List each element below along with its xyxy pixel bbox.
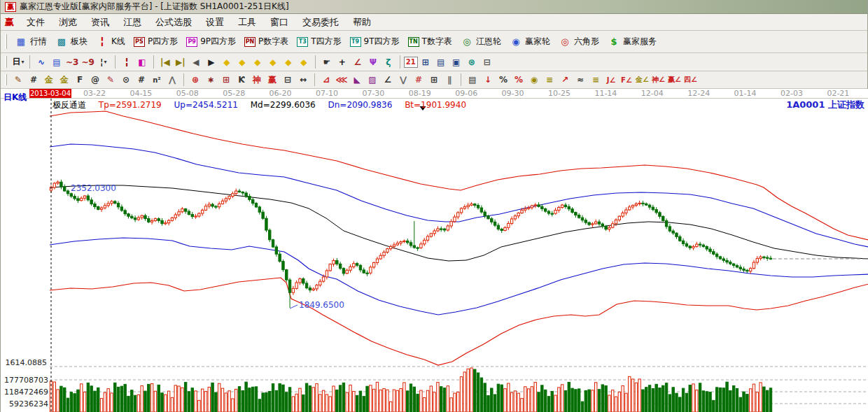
period-day-dropdown-icon[interactable]: 日▾ xyxy=(10,55,26,69)
menu-item-1[interactable]: 浏览 xyxy=(52,16,84,29)
gold-lines-2-icon[interactable]: ≡ xyxy=(588,73,603,87)
menu-item-0[interactable]: 文件 xyxy=(20,16,52,29)
expand-y-icon[interactable]: ◆ xyxy=(265,55,281,69)
shen-angle-icon[interactable]: 神∠ xyxy=(650,73,666,87)
toolbar-grip[interactable] xyxy=(5,34,7,50)
n-square-icon[interactable]: n² xyxy=(149,73,164,87)
spider-web-icon[interactable]: ∗ xyxy=(203,73,218,87)
f-angle-icon[interactable]: F∠ xyxy=(619,73,634,87)
shrink-y-icon[interactable]: ◆ xyxy=(250,55,265,69)
angle-lines-icon[interactable]: ∠ xyxy=(380,73,396,87)
wave-9-icon[interactable]: ~9 xyxy=(80,55,95,69)
sectors-button[interactable]: ▩板块 xyxy=(51,31,92,52)
grid-tool-2-icon[interactable]: # xyxy=(134,73,149,87)
gold-grid-2-icon[interactable]: 金 xyxy=(57,73,72,87)
world-clock-icon[interactable]: ⊛ xyxy=(464,55,479,69)
menu-item-6[interactable]: 工具 xyxy=(231,16,263,29)
crosshair-tool-icon[interactable]: + xyxy=(335,55,350,69)
date-axis[interactable]: 03-2204-1505-0805-2806-2007-1007-3008-19… xyxy=(1,89,868,98)
pane-period-label[interactable]: 日K线 xyxy=(4,92,27,104)
p-table-button[interactable]: PNP数字表 xyxy=(240,31,293,52)
box-web-icon[interactable]: ⊞ xyxy=(218,73,234,87)
kline-button[interactable]: ╏K线 xyxy=(92,31,130,52)
t-square-button[interactable]: T3T四方形 xyxy=(293,31,345,52)
fan-box-2-icon[interactable]: ◣ xyxy=(349,73,365,87)
red-grid-icon[interactable]: # xyxy=(411,73,426,87)
info-doc-icon[interactable]: ▤ xyxy=(49,55,64,69)
red-fan-icon[interactable]: ⋘ xyxy=(334,73,349,87)
menu-item-2[interactable]: 资讯 xyxy=(84,16,116,29)
grid-tool-icon[interactable]: # xyxy=(26,73,41,87)
percent-table-icon[interactable]: ▤ xyxy=(465,73,480,87)
red-percent-icon[interactable]: % xyxy=(511,73,526,87)
ruler-pencil-icon[interactable]: ✎ xyxy=(103,73,118,87)
toolbar-grip[interactable] xyxy=(5,74,7,86)
ying-grid-icon[interactable]: 赢 xyxy=(265,73,280,87)
red-pencil-icon[interactable]: ↗ xyxy=(557,73,573,87)
p-square-button[interactable]: PSP四方形 xyxy=(130,31,182,52)
realtime-chart-icon[interactable]: ∿ xyxy=(34,55,49,69)
kline-chart[interactable]: 1614.0885177708703118472469592362342352.… xyxy=(1,98,868,412)
ying-angle-icon[interactable]: 赢∠ xyxy=(666,73,682,87)
winner-wheel-button[interactable]: ◉赢家轮 xyxy=(505,31,554,52)
menu-item-4[interactable]: 公式选股 xyxy=(148,16,199,29)
notepad-icon[interactable]: ▤ xyxy=(433,55,449,69)
k-quote-icon[interactable]: Ƙ xyxy=(234,73,249,87)
save-disk-icon[interactable]: ▣ xyxy=(449,55,464,69)
color-volume-icon[interactable]: ◧ xyxy=(134,55,150,69)
next-bar-icon[interactable]: ▶ xyxy=(204,55,219,69)
gold-lines-icon[interactable]: ≡ xyxy=(542,73,557,87)
first-bar-icon[interactable]: |◀ xyxy=(158,55,173,69)
expand-x-icon[interactable]: ◆ xyxy=(234,55,250,69)
menu-item-3[interactable]: 江恩 xyxy=(116,16,148,29)
percent-icon[interactable]: % xyxy=(496,73,511,87)
9t-square-button[interactable]: T99T四方形 xyxy=(346,31,404,52)
gann-tool-purple-icon[interactable]: Ψ xyxy=(365,55,381,69)
angle-measure-icon[interactable]: ∠ xyxy=(350,55,365,69)
last-bar-icon[interactable]: ▶| xyxy=(173,55,188,69)
prev-bar-icon[interactable]: ◀ xyxy=(188,55,204,69)
toolbar-grip[interactable] xyxy=(5,56,7,69)
9p-square-button[interactable]: P99P四方形 xyxy=(182,31,240,52)
wave-3-icon[interactable]: ~3 xyxy=(64,55,80,69)
calculator-icon[interactable]: ⊞ xyxy=(418,55,433,69)
quotes-button[interactable]: ▦行情 xyxy=(10,31,51,52)
width-arrows-icon[interactable]: ↔ xyxy=(295,73,311,87)
axis-grid-icon[interactable]: ⊞ xyxy=(426,73,442,87)
a-wave-icon[interactable]: ≈ xyxy=(573,73,588,87)
menu-item-9[interactable]: 帮助 xyxy=(346,16,378,29)
j-angle-icon[interactable]: J∠ xyxy=(603,73,619,87)
t-table-button[interactable]: TNT数字表 xyxy=(404,31,456,52)
grid-123-icon[interactable]: ⊟ xyxy=(280,73,295,87)
hand-tool-icon[interactable]: ☛ xyxy=(319,55,335,69)
winner-service-button[interactable]: $赢家服务 xyxy=(603,31,661,52)
brush-tool-icon[interactable]: ✎ xyxy=(10,73,26,87)
gold-grid-1-icon[interactable]: 金 xyxy=(41,73,57,87)
menu-item-7[interactable]: 窗口 xyxy=(263,16,295,29)
expand-all-icon[interactable]: ◆ xyxy=(296,55,312,69)
parallel-lines-icon[interactable]: ∥ xyxy=(442,73,457,87)
shrink-all-icon[interactable]: ◆ xyxy=(281,55,296,69)
hexagon-button[interactable]: ◎六角形 xyxy=(554,31,603,52)
printer-icon[interactable]: ⊟ xyxy=(479,55,495,69)
red-kline-icon[interactable]: ╏ xyxy=(119,55,134,69)
v-lines-icon[interactable]: ⋁ xyxy=(396,73,411,87)
circle-cross-icon[interactable]: ⊕ xyxy=(188,73,203,87)
si-angle-icon[interactable]: 四∠ xyxy=(682,73,699,87)
box-lines-icon[interactable]: ▨ xyxy=(365,73,380,87)
f-grid-icon[interactable]: F xyxy=(72,73,88,87)
gold-circle-icon[interactable]: ◉ xyxy=(526,73,542,87)
shen-grid-icon[interactable]: 神 xyxy=(249,73,265,87)
menu-item-5[interactable]: 设置 xyxy=(199,16,231,29)
spiral-tool-icon[interactable]: @ xyxy=(88,73,103,87)
gann-wheel-button[interactable]: ◎江恩轮 xyxy=(456,31,505,52)
gold-angle-icon[interactable]: 金∠ xyxy=(634,73,650,87)
calendar-21-icon[interactable]: 21 xyxy=(404,57,418,68)
percent-line-icon[interactable]: ↓ xyxy=(480,73,496,87)
gann-tool-teal-icon[interactable]: ζ xyxy=(381,55,396,69)
menu-item-8[interactable]: 交易委托 xyxy=(295,16,346,29)
shrink-x-icon[interactable]: ◆ xyxy=(219,55,234,69)
fan-box-icon[interactable]: ⊿ xyxy=(318,73,334,87)
candle-style-dropdown-icon[interactable]: ¦▾ xyxy=(96,55,111,69)
angle-circle-icon[interactable]: ⊙ xyxy=(118,73,134,87)
